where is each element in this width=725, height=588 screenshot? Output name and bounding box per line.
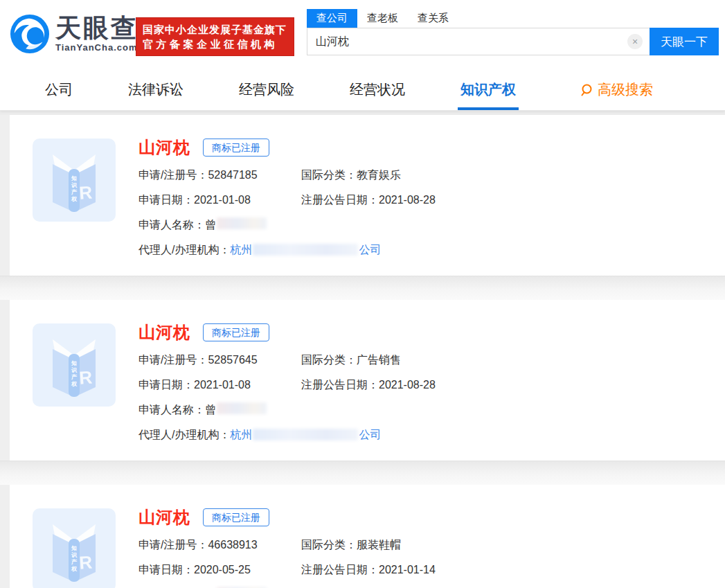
applicant-value: 曾 xyxy=(205,217,216,233)
intl-class-value: 服装鞋帽 xyxy=(357,539,401,551)
svg-text:知识产权: 知识产权 xyxy=(71,545,78,572)
apply-date-label: 申请日期： xyxy=(138,194,194,206)
header: 天眼查 TianYanCha.com 国家中小企业发展子基金旗下 官方备案企业征… xyxy=(0,0,725,69)
gov-badge-line2: 官方备案企业征信机构 xyxy=(143,37,287,51)
search-tab-relation[interactable]: 查关系 xyxy=(408,9,458,28)
apply-date-label: 申请日期： xyxy=(138,564,194,576)
apply-date-value: 2021-01-08 xyxy=(194,194,251,206)
gov-badge-line1: 国家中小企业发展子基金旗下 xyxy=(143,22,287,37)
apply-date-value: 2020-05-25 xyxy=(194,564,251,576)
reg-no-label: 申请/注册号： xyxy=(138,169,208,181)
agent-company-link[interactable]: 杭州公司 xyxy=(230,242,381,258)
tianyancha-swirl-icon xyxy=(10,14,50,54)
apply-date-value: 2021-01-08 xyxy=(194,379,251,391)
clear-search-icon[interactable]: × xyxy=(627,34,643,49)
pub-date-value: 2021-01-14 xyxy=(379,564,436,576)
applicant-value: 曾 xyxy=(205,402,216,418)
agent-label: 代理人/办理机构： xyxy=(138,242,230,258)
reg-no-value: 46638913 xyxy=(208,539,257,551)
nav-tab-operating-risk[interactable]: 经营风险 xyxy=(239,69,294,110)
trademark-details: 山河枕 商标已注册 申请/注册号：46638913 国际分类：服装鞋帽 申请日期… xyxy=(138,506,436,588)
agent-suffix: 公司 xyxy=(359,244,381,256)
trademark-status-badge: 商标已注册 xyxy=(203,323,269,341)
intl-class-label: 国际分类： xyxy=(301,539,357,551)
agent-company-link[interactable]: 杭州公司 xyxy=(230,427,381,443)
reg-no-label: 申请/注册号： xyxy=(138,539,208,551)
trademark-name-link[interactable]: 山河枕 xyxy=(138,321,190,344)
intl-class-value: 教育娱乐 xyxy=(357,169,401,181)
trademark-details: 山河枕 商标已注册 申请/注册号：52847185 国际分类：教育娱乐 申请日期… xyxy=(138,136,436,258)
logo-subtitle: TianYanCha.com xyxy=(55,42,138,53)
logo-title: 天眼查 xyxy=(55,15,138,42)
reg-no-value: 52857645 xyxy=(208,354,257,366)
intl-class-label: 国际分类： xyxy=(301,354,357,366)
trademark-details: 山河枕 商标已注册 申请/注册号：52857645 国际分类：广告销售 申请日期… xyxy=(138,321,436,443)
card-separator xyxy=(0,276,725,300)
registered-r-letter: R xyxy=(78,181,93,203)
applicant-label: 申请人名称： xyxy=(138,402,205,418)
gov-certification-badge: 国家中小企业发展子基金旗下 官方备案企业征信机构 xyxy=(136,17,294,56)
agent-redacted-blur xyxy=(253,244,358,256)
trademark-status-badge: 商标已注册 xyxy=(203,508,269,526)
nav-tab-legal[interactable]: 法律诉讼 xyxy=(128,69,184,110)
pub-date-label: 注册公告日期： xyxy=(301,564,379,576)
registered-r-letter: R xyxy=(78,551,93,573)
advanced-search-link[interactable]: 高级搜索 xyxy=(580,69,653,110)
trademark-book-icon: 知识产权 R xyxy=(33,508,116,588)
trademark-book-icon: 知识产权 R xyxy=(33,323,116,407)
advanced-search-label: 高级搜索 xyxy=(598,80,653,99)
search-magnifier-icon xyxy=(580,83,593,97)
trademark-name-link[interactable]: 山河枕 xyxy=(138,506,190,528)
results-list: 知识产权 R 山河枕 商标已注册 申请/注册号：52847185 国际分类：教育… xyxy=(10,115,725,588)
nav-tab-company[interactable]: 公司 xyxy=(45,69,73,110)
search-tab-company[interactable]: 查公司 xyxy=(307,9,357,28)
reg-no-label: 申请/注册号： xyxy=(138,354,208,366)
intl-class-value: 广告销售 xyxy=(357,354,401,366)
applicant-label: 申请人名称： xyxy=(138,217,205,233)
search-tab-boss[interactable]: 查老板 xyxy=(357,9,408,28)
applicant-redacted-blur xyxy=(217,402,267,414)
search-area: 查公司 查老板 查关系 × 天眼一下 xyxy=(307,10,719,55)
applicant-redacted-blur xyxy=(217,217,267,229)
agent-prefix: 杭州 xyxy=(230,244,252,256)
trademark-status-badge: 商标已注册 xyxy=(203,139,269,157)
pub-date-label: 注册公告日期： xyxy=(301,194,379,206)
reg-no-value: 52847185 xyxy=(208,169,257,181)
svg-text:知识产权: 知识产权 xyxy=(71,360,78,387)
trademark-name-link[interactable]: 山河枕 xyxy=(138,136,190,159)
svg-text:知识产权: 知识产权 xyxy=(71,175,78,202)
nav-tab-intellectual-property[interactable]: 知识产权 xyxy=(460,69,516,110)
registered-r-letter: R xyxy=(78,366,93,388)
pub-date-value: 2021-08-28 xyxy=(379,379,436,391)
search-tabs: 查公司 查老板 查关系 xyxy=(307,10,719,28)
pub-date-value: 2021-08-28 xyxy=(379,194,436,206)
trademark-result-card[interactable]: 知识产权 R 山河枕 商标已注册 申请/注册号：46638913 国际分类：服装… xyxy=(10,485,725,588)
pub-date-label: 注册公告日期： xyxy=(301,379,379,391)
agent-suffix: 公司 xyxy=(359,429,381,440)
search-box: × xyxy=(307,28,650,55)
agent-prefix: 杭州 xyxy=(230,429,252,440)
agent-redacted-blur xyxy=(253,429,358,440)
intl-class-label: 国际分类： xyxy=(301,169,357,181)
trademark-book-icon: 知识产权 R xyxy=(33,139,116,222)
apply-date-label: 申请日期： xyxy=(138,379,194,391)
site-logo[interactable]: 天眼查 TianYanCha.com xyxy=(10,14,138,54)
logo-text: 天眼查 TianYanCha.com xyxy=(55,15,138,53)
trademark-result-card[interactable]: 知识产权 R 山河枕 商标已注册 申请/注册号：52857645 国际分类：广告… xyxy=(10,300,725,461)
search-button[interactable]: 天眼一下 xyxy=(650,28,719,55)
agent-label: 代理人/办理机构： xyxy=(138,427,230,443)
card-separator xyxy=(0,461,725,485)
nav-tab-operating-status[interactable]: 经营状况 xyxy=(350,69,405,110)
category-nav: 公司 法律诉讼 经营风险 经营状况 知识产权 高级搜索 xyxy=(0,69,725,111)
search-input[interactable] xyxy=(307,28,650,55)
trademark-result-card[interactable]: 知识产权 R 山河枕 商标已注册 申请/注册号：52847185 国际分类：教育… xyxy=(10,115,725,276)
